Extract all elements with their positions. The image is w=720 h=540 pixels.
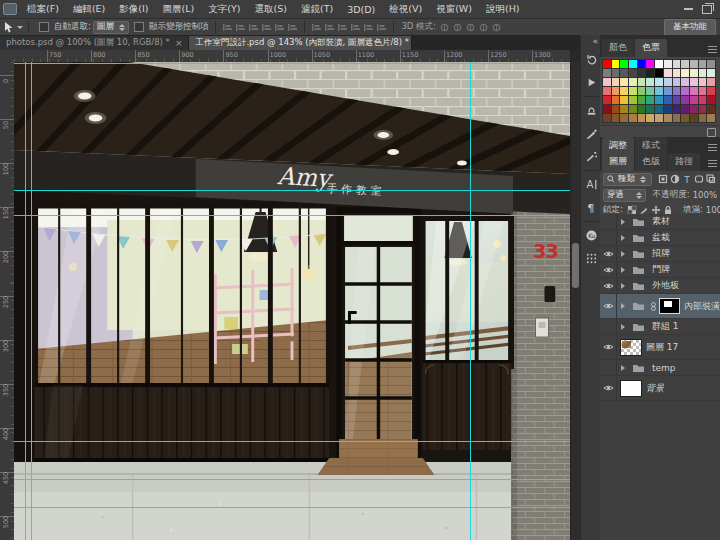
color-swatch[interactable] — [707, 114, 715, 122]
visibility-toggle[interactable] — [600, 214, 617, 229]
3d-drag-icon[interactable] — [465, 22, 476, 33]
layer-row[interactable]: 門牌 — [600, 262, 720, 278]
auto-select-dropdown[interactable]: 圖層 — [93, 21, 129, 34]
color-swatch[interactable] — [707, 87, 715, 95]
color-swatch[interactable] — [620, 96, 628, 104]
restore-button[interactable] — [702, 5, 712, 14]
layer-thumbnail[interactable] — [620, 339, 642, 356]
visibility-toggle[interactable] — [600, 262, 617, 277]
color-swatch[interactable] — [699, 69, 707, 77]
workspace-button[interactable]: 基本功能 — [664, 19, 716, 36]
color-swatch[interactable] — [655, 69, 663, 77]
panel-tab[interactable]: 圖層 — [602, 153, 634, 171]
layer-row[interactable]: 素材 — [600, 214, 720, 230]
color-swatch[interactable] — [620, 60, 628, 68]
color-swatch[interactable] — [620, 114, 628, 122]
align-bottom-edges-icon[interactable] — [287, 22, 298, 33]
menu-item[interactable]: 檢視(V) — [382, 0, 429, 18]
color-swatch[interactable] — [638, 114, 646, 122]
panel-menu-icon[interactable] — [708, 160, 717, 167]
menu-item[interactable]: 濾鏡(T) — [294, 0, 340, 18]
mask-link-icon[interactable] — [650, 301, 657, 312]
color-swatch[interactable] — [646, 96, 654, 104]
color-swatch[interactable] — [664, 114, 672, 122]
color-swatch[interactable] — [620, 69, 628, 77]
color-swatch[interactable] — [699, 114, 707, 122]
color-swatch[interactable] — [690, 96, 698, 104]
color-swatch[interactable] — [646, 114, 654, 122]
color-swatch[interactable] — [629, 60, 637, 68]
color-swatch[interactable] — [612, 69, 620, 77]
kuler-panel-icon[interactable]: Ku — [581, 224, 601, 247]
color-swatch[interactable] — [638, 78, 646, 86]
color-swatch[interactable] — [673, 78, 681, 86]
close-tab-icon[interactable]: × — [175, 38, 183, 48]
document-tab[interactable]: photos.psd @ 100% (圖層 10, RGB/8) *× — [0, 36, 189, 50]
color-swatch[interactable] — [673, 96, 681, 104]
color-swatch[interactable] — [612, 78, 620, 86]
color-swatch[interactable] — [655, 60, 663, 68]
expand-arrow-icon[interactable] — [621, 235, 629, 241]
layer-thumbnail[interactable] — [620, 380, 642, 397]
menu-item[interactable]: 視窗(W) — [429, 0, 479, 18]
move-tool-icon[interactable] — [3, 22, 14, 33]
history-icon[interactable] — [581, 48, 601, 71]
color-swatch[interactable] — [681, 69, 689, 77]
layer-row[interactable]: 圖層 17 — [600, 335, 720, 360]
minimize-button[interactable] — [684, 8, 693, 10]
brush-icon[interactable] — [581, 122, 601, 145]
color-swatch[interactable] — [603, 105, 611, 113]
color-swatch[interactable] — [603, 96, 611, 104]
layer-row[interactable]: 群組 1 — [600, 319, 720, 335]
color-swatch[interactable] — [603, 87, 611, 95]
color-swatch[interactable] — [603, 69, 611, 77]
menu-item[interactable]: 3D(D) — [340, 0, 382, 18]
color-swatch[interactable] — [690, 69, 698, 77]
panel-tab[interactable]: 色版 — [635, 153, 667, 171]
panel-tab[interactable]: 路徑 — [668, 153, 700, 171]
color-swatch[interactable] — [646, 87, 654, 95]
distribute-bottom-edges-icon[interactable] — [337, 22, 348, 33]
color-swatch[interactable] — [620, 78, 628, 86]
color-swatch[interactable] — [655, 78, 663, 86]
distribute-right-edges-icon[interactable] — [376, 22, 387, 33]
layer-row[interactable]: temp — [600, 360, 720, 376]
visibility-toggle[interactable] — [600, 294, 617, 318]
visibility-toggle[interactable] — [600, 360, 617, 375]
visibility-toggle[interactable] — [600, 319, 617, 334]
color-swatch[interactable] — [699, 87, 707, 95]
color-swatch[interactable] — [664, 78, 672, 86]
color-swatch[interactable] — [638, 60, 646, 68]
expand-arrow-icon[interactable] — [621, 251, 629, 257]
color-swatch[interactable] — [655, 87, 663, 95]
color-swatch[interactable] — [707, 96, 715, 104]
pattern-panel-icon[interactable] — [581, 247, 601, 270]
color-swatch[interactable] — [690, 105, 698, 113]
color-swatch[interactable] — [673, 114, 681, 122]
brush-presets-icon[interactable] — [581, 145, 601, 168]
color-swatch[interactable] — [638, 96, 646, 104]
color-swatch[interactable] — [681, 87, 689, 95]
color-swatch[interactable] — [612, 105, 620, 113]
color-swatch[interactable] — [707, 60, 715, 68]
expand-arrow-icon[interactable] — [621, 324, 629, 330]
layer-filter-dropdown[interactable]: 種類 — [603, 173, 652, 186]
color-swatch[interactable] — [638, 69, 646, 77]
color-swatch[interactable] — [612, 114, 620, 122]
color-swatch[interactable] — [646, 60, 654, 68]
color-swatch[interactable] — [690, 78, 698, 86]
distribute-top-edges-icon[interactable] — [311, 22, 322, 33]
color-swatch[interactable] — [620, 105, 628, 113]
color-swatch[interactable] — [681, 114, 689, 122]
color-swatch[interactable] — [655, 105, 663, 113]
color-swatch[interactable] — [664, 69, 672, 77]
visibility-toggle[interactable] — [600, 335, 617, 359]
show-transform-checkbox[interactable] — [134, 22, 144, 32]
canvas-image[interactable]: 33 — [14, 62, 570, 540]
color-swatch[interactable] — [655, 114, 663, 122]
3d-roll-icon[interactable] — [452, 22, 463, 33]
color-swatch[interactable] — [638, 87, 646, 95]
menu-item[interactable]: 文字(Y) — [201, 0, 247, 18]
document-tab[interactable]: 工作室門設計.psd @ 143% (內部裝潢, 圖層遮色片/8) *× — [189, 36, 412, 50]
layer-name[interactable]: 群組 1 — [652, 320, 679, 333]
